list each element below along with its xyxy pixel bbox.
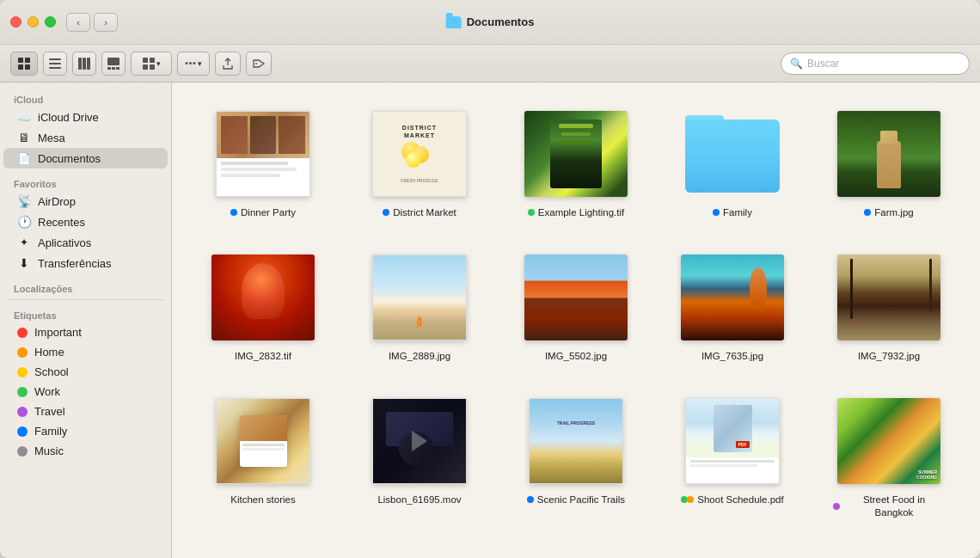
- file-item-img-2832[interactable]: IMG_2832.tif: [189, 243, 337, 370]
- file-label-img-2832: IMG_2832.tif: [235, 350, 291, 363]
- traffic-lights: [10, 16, 56, 28]
- file-label-img-7635: IMG_7635.jpg: [701, 350, 763, 363]
- tag-dot-school: [17, 367, 28, 377]
- file-dot-family: [713, 209, 720, 216]
- maximize-button[interactable]: [45, 16, 56, 28]
- svg-rect-4: [49, 58, 61, 60]
- file-item-kitchen-stories[interactable]: Kitchen stories: [189, 387, 337, 526]
- file-item-img-5502[interactable]: IMG_5502.jpg: [502, 243, 650, 370]
- toolbar: ▾ ▾ 🔍 Buscar: [0, 45, 980, 83]
- minimize-button[interactable]: [28, 16, 39, 28]
- sidebar-item-tag-family[interactable]: Family: [3, 421, 168, 441]
- sidebar-item-tag-important[interactable]: Important: [3, 322, 168, 342]
- file-item-district-market[interactable]: DISTRICT MARKET FRESH PRODUCE D: [346, 100, 493, 226]
- forward-button[interactable]: ›: [94, 13, 118, 32]
- sidebar-section-etiquetas: Etiquetas: [0, 305, 171, 322]
- view-columns-button[interactable]: [72, 52, 96, 76]
- file-label-street-food: Street Food in Bangkok: [833, 494, 945, 519]
- view-dropdown-button[interactable]: ▾: [131, 52, 172, 76]
- file-label-img-5502: IMG_5502.jpg: [545, 350, 607, 363]
- tag-dot-music: [17, 446, 28, 457]
- sidebar-item-tag-home[interactable]: Home: [3, 342, 168, 362]
- file-item-img-2889[interactable]: IMG_2889.jpg: [346, 243, 493, 370]
- file-label-shoot-schedule: Shoot Schedule.pdf: [681, 494, 783, 506]
- file-item-street-food[interactable]: SUMMERCOOKING Street Food in Bangkok: [815, 387, 963, 526]
- sidebar-item-airdrop[interactable]: 📡 AirDrop: [3, 191, 168, 212]
- svg-rect-15: [150, 58, 155, 63]
- share-button[interactable]: [215, 52, 241, 76]
- tag-dot-important: [17, 328, 28, 338]
- file-label-farm: Farm.jpg: [864, 206, 913, 219]
- airdrop-icon: 📡: [17, 194, 31, 208]
- tag-dot-family: [17, 426, 28, 437]
- sidebar-item-icloud-drive[interactable]: ☁️ iCloud Drive: [3, 107, 168, 127]
- sidebar-item-documentos[interactable]: 📄 Documentos: [3, 148, 168, 169]
- sidebar-item-aplicativos[interactable]: ✦ Aplicativos: [3, 232, 168, 253]
- action-button[interactable]: ▾: [177, 52, 210, 76]
- sidebar-section-favoritos: Favoritos: [0, 174, 171, 191]
- sidebar-tag-work-label: Work: [34, 385, 60, 398]
- sidebar-tag-home-label: Home: [34, 346, 64, 359]
- file-thumb-lisbon: [364, 394, 475, 488]
- sidebar-airdrop-label: AirDrop: [38, 195, 76, 208]
- main-area: iCloud ☁️ iCloud Drive 🖥 Mesa 📄 Document…: [0, 83, 980, 558]
- finder-window: ‹ › Documentos: [0, 0, 980, 558]
- file-item-img-7932[interactable]: IMG_7932.jpg: [815, 243, 963, 370]
- svg-rect-0: [18, 58, 23, 63]
- view-grid-button[interactable]: [10, 52, 38, 76]
- sidebar-item-tag-music[interactable]: Music: [3, 441, 168, 461]
- file-item-img-7635[interactable]: IMG_7635.jpg: [658, 243, 806, 370]
- sidebar-section-icloud: iCloud: [0, 89, 171, 107]
- file-thumb-img-2832: [207, 250, 319, 345]
- files-grid: Dinner Party DISTRICT MARKET: [189, 100, 963, 526]
- view-gallery-button[interactable]: [101, 52, 126, 76]
- mesa-icon: 🖥: [17, 131, 31, 144]
- view-list-button[interactable]: [43, 52, 67, 76]
- sidebar-mesa-label: Mesa: [38, 132, 65, 144]
- sidebar-item-recentes[interactable]: 🕐 Recentes: [3, 212, 168, 232]
- svg-rect-2: [18, 64, 23, 70]
- file-thumb-farm: [833, 107, 945, 201]
- file-dot-street-food: [833, 503, 840, 510]
- svg-rect-3: [25, 64, 30, 70]
- tag-dot-travel: [17, 407, 28, 417]
- file-thumb-dinner-party: [207, 107, 319, 201]
- content-area: Dinner Party DISTRICT MARKET: [172, 83, 980, 558]
- svg-rect-8: [83, 58, 86, 70]
- back-button[interactable]: ‹: [66, 13, 90, 32]
- sidebar-item-tag-travel[interactable]: Travel: [3, 402, 168, 421]
- sidebar-tag-music-label: Music: [34, 445, 64, 457]
- file-label-example-lighting: Example Lighting.tif: [528, 206, 624, 219]
- sidebar-aplicativos-label: Aplicativos: [38, 236, 91, 249]
- svg-rect-6: [49, 67, 61, 69]
- file-thumb-scenic-pacific: TRAIL PROGRESS: [520, 394, 632, 488]
- tag-dot-work: [17, 387, 28, 397]
- svg-rect-14: [143, 58, 148, 63]
- file-item-farm[interactable]: Farm.jpg: [815, 100, 963, 226]
- tag-button[interactable]: [246, 52, 272, 76]
- window-title-area: Documentos: [446, 15, 535, 28]
- file-thumb-img-7635: [677, 250, 788, 345]
- file-item-dinner-party[interactable]: Dinner Party: [189, 100, 337, 226]
- file-dot-scenic-pacific: [527, 496, 534, 503]
- sidebar-item-tag-school[interactable]: School: [3, 362, 168, 382]
- svg-rect-9: [87, 58, 90, 70]
- tag-dot-home: [17, 347, 28, 358]
- file-thumb-kitchen-stories: [207, 394, 319, 488]
- file-label-img-7932: IMG_7932.jpg: [858, 350, 920, 363]
- file-item-example-lighting[interactable]: Example Lighting.tif: [502, 100, 650, 226]
- sidebar-item-mesa[interactable]: 🖥 Mesa: [3, 127, 168, 148]
- sidebar-item-tag-work[interactable]: Work: [3, 382, 168, 402]
- sidebar-item-transferencias[interactable]: ⬇ Transferências: [3, 253, 168, 273]
- file-item-family[interactable]: Family: [658, 100, 806, 226]
- search-box[interactable]: 🔍 Buscar: [781, 52, 970, 75]
- file-item-lisbon[interactable]: Lisbon_61695.mov: [346, 387, 493, 526]
- sidebar-icloud-drive-label: iCloud Drive: [38, 111, 99, 124]
- file-dot-shoot-schedule-orange: [687, 496, 694, 503]
- svg-rect-10: [107, 58, 119, 65]
- file-label-family: Family: [713, 206, 752, 219]
- close-button[interactable]: [10, 16, 21, 28]
- file-dot-farm: [864, 209, 871, 216]
- file-item-scenic-pacific[interactable]: TRAIL PROGRESS Scenic Pacific Trails: [502, 387, 650, 526]
- file-item-shoot-schedule[interactable]: PDF Shoot Schedule.pdf: [658, 387, 806, 526]
